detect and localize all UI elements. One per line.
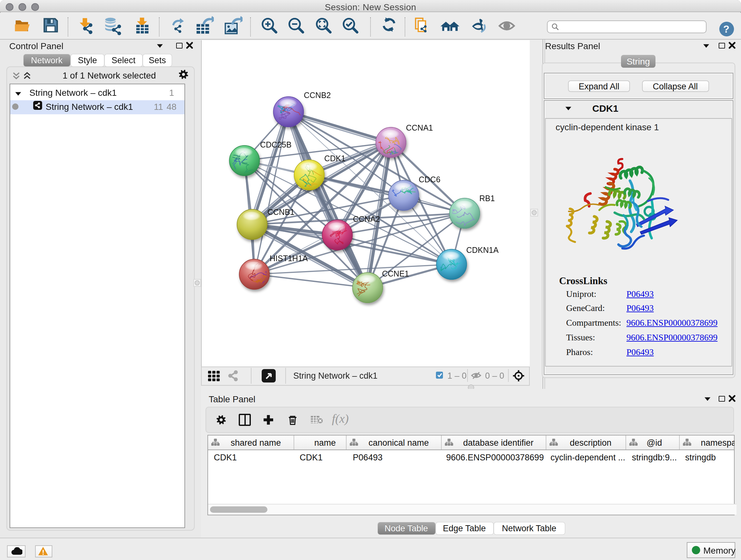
svg-text:CDC6: CDC6 bbox=[419, 175, 441, 184]
svg-text:CCNB2: CCNB2 bbox=[304, 90, 331, 99]
svg-text:CCNE1: CCNE1 bbox=[382, 269, 409, 278]
svg-text:CDK1: CDK1 bbox=[324, 153, 346, 163]
svg-text:CDKN1A: CDKN1A bbox=[466, 245, 499, 254]
svg-text:CDC25B: CDC25B bbox=[260, 140, 292, 149]
svg-text:HIST1H1A: HIST1H1A bbox=[270, 253, 308, 262]
svg-text:CCNA1: CCNA1 bbox=[406, 123, 433, 132]
svg-text:RB1: RB1 bbox=[479, 193, 495, 202]
svg-text:CCNA2: CCNA2 bbox=[353, 214, 380, 223]
svg-text:CCNB1: CCNB1 bbox=[267, 207, 294, 216]
